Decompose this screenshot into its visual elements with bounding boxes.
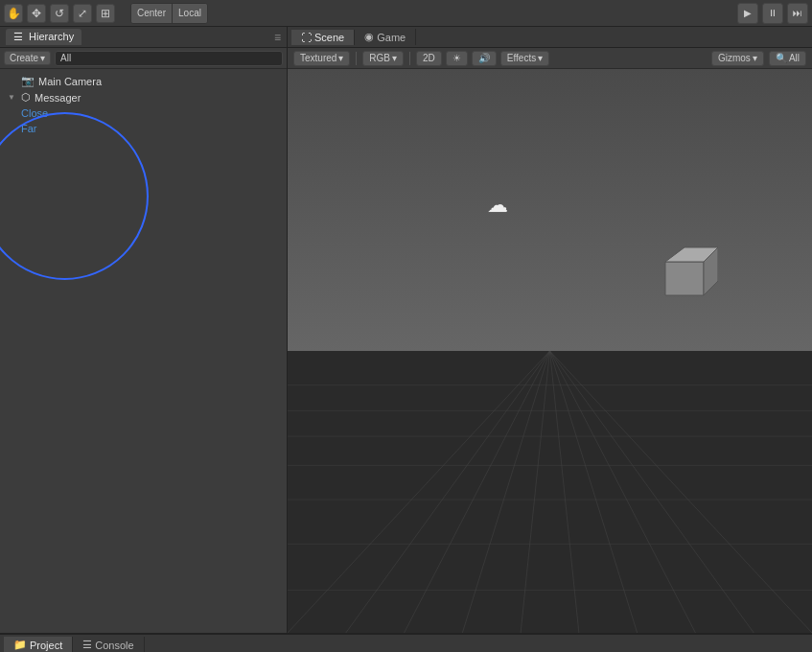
2d-label: 2D <box>423 53 435 63</box>
effects-btn[interactable]: Effects ▾ <box>500 51 549 66</box>
textured-btn[interactable]: Textured ▾ <box>293 51 350 66</box>
scene-panel: ⛶ Scene ◉ Game Textured ▾ RGB ▾ 2D <box>288 27 812 633</box>
svg-marker-17 <box>665 262 704 295</box>
svg-line-6 <box>550 351 638 633</box>
sep2 <box>409 52 410 65</box>
svg-line-2 <box>405 351 550 633</box>
pause-button[interactable]: ⏸ <box>762 3 783 24</box>
hierarchy-menu-icon[interactable]: ≡ <box>274 31 281 44</box>
svg-line-3 <box>462 351 549 633</box>
all-btn[interactable]: 🔍 All <box>769 51 806 66</box>
svg-line-7 <box>550 351 696 633</box>
pivot-btn[interactable]: Center <box>131 4 173 23</box>
hierarchy-item-far[interactable]: Far <box>0 121 287 136</box>
create-arrow: ▾ <box>40 53 45 63</box>
top-toolbar: ✋ ✥ ↺ ⤢ ⊞ Center Local ▶ ⏸ ⏭ <box>0 0 812 27</box>
project-tab-icon: 📁 <box>13 639 27 651</box>
svg-line-1 <box>346 351 550 633</box>
game-tab-icon: ◉ <box>364 31 374 43</box>
camera-icon: 📷 <box>21 75 35 87</box>
rgb-btn[interactable]: RGB ▾ <box>362 51 404 66</box>
sep1 <box>356 52 357 65</box>
scene-cloud: ☁ <box>487 193 508 218</box>
all-label: All <box>789 53 800 63</box>
textured-arrow: ▾ <box>338 53 343 63</box>
hierarchy-annotation <box>0 112 149 280</box>
light-icon: ☀ <box>452 53 461 63</box>
gizmos-label: Gizmos <box>718 53 751 63</box>
bottom-tab-bar: 📁 Project ☰ Console <box>0 635 812 652</box>
gizmos-btn[interactable]: Gizmos ▾ <box>711 51 764 66</box>
scene-tab-icon: ⛶ <box>301 32 312 43</box>
main-camera-label: Main Camera <box>38 76 102 87</box>
light-btn[interactable]: ☀ <box>446 51 468 66</box>
scene-tab-bar: ⛶ Scene ◉ Game <box>288 27 812 48</box>
search-small: 🔍 <box>776 53 787 63</box>
audio-btn[interactable]: 🔊 <box>472 51 497 66</box>
hierarchy-content: 📷 Main Camera ▼ ⬡ Messager Close Far <box>0 69 287 633</box>
hierarchy-tab-bar: ☰ Hierarchy ≡ <box>0 27 287 48</box>
hierarchy-tab-icon: ☰ <box>13 31 23 42</box>
console-tab-label: Console <box>95 640 133 651</box>
playback-controls: ▶ ⏸ ⏭ <box>737 3 808 24</box>
step-button[interactable]: ⏭ <box>787 3 808 24</box>
create-label: Create <box>10 53 38 63</box>
rect-tool[interactable]: ⊞ <box>96 4 115 23</box>
svg-line-9 <box>550 351 813 633</box>
all-label: All <box>60 53 71 63</box>
close-label: Close <box>21 107 48 119</box>
effects-arrow: ▾ <box>538 53 543 63</box>
scale-tool[interactable]: ⤢ <box>73 4 92 23</box>
scene-grid <box>288 69 812 633</box>
effects-label: Effects <box>507 53 536 63</box>
scene-tab[interactable]: ⛶ Scene <box>291 30 355 45</box>
hierarchy-create-btn[interactable]: Create ▾ <box>4 51 51 65</box>
svg-line-8 <box>550 351 754 633</box>
hierarchy-item-main-camera[interactable]: 📷 Main Camera <box>0 73 287 89</box>
project-tab-label: Project <box>30 640 62 651</box>
hierarchy-item-close[interactable]: Close <box>0 105 287 121</box>
bottom-area: 📁 Project ☰ Console Create ▾ ★ Favorites… <box>0 633 812 652</box>
project-tab[interactable]: 📁 Project <box>4 637 73 652</box>
hierarchy-item-messager[interactable]: ▼ ⬡ Messager <box>0 89 287 105</box>
messager-label: Messager <box>35 92 81 104</box>
textured-label: Textured <box>300 53 336 63</box>
console-tab-icon: ☰ <box>82 639 92 651</box>
svg-line-5 <box>550 351 579 633</box>
svg-line-0 <box>288 351 550 633</box>
scene-tab-label: Scene <box>314 32 344 43</box>
audio-icon: 🔊 <box>478 53 490 63</box>
2d-btn[interactable]: 2D <box>416 51 442 66</box>
messager-arrow: ▼ <box>8 93 17 102</box>
scene-view[interactable]: ☁ <box>288 69 812 633</box>
hierarchy-search[interactable]: All <box>55 51 283 66</box>
svg-line-4 <box>521 351 549 633</box>
scene-toolbar: Textured ▾ RGB ▾ 2D ☀ 🔊 Effects ▾ <box>288 48 812 69</box>
rotate-tool[interactable]: ↺ <box>50 4 69 23</box>
gizmos-arrow: ▾ <box>753 53 757 63</box>
game-tab[interactable]: ◉ Game <box>355 29 416 45</box>
messager-icon: ⬡ <box>21 91 31 104</box>
main-layout: ☰ Hierarchy ≡ Create ▾ All 📷 Main Camera <box>0 27 812 633</box>
rgb-arrow: ▾ <box>392 53 397 63</box>
pivot-group: Center Local <box>130 3 208 24</box>
scene-cube <box>656 238 718 305</box>
gizmos-group: Gizmos ▾ 🔍 All <box>711 51 806 66</box>
hierarchy-tab[interactable]: ☰ Hierarchy <box>6 29 81 45</box>
console-tab[interactable]: ☰ Console <box>73 637 144 652</box>
space-btn[interactable]: Local <box>173 4 207 23</box>
rgb-label: RGB <box>369 53 390 63</box>
hierarchy-tab-label: Hierarchy <box>29 31 74 42</box>
hierarchy-toolbar: Create ▾ All <box>0 48 287 69</box>
hand-tool[interactable]: ✋ <box>4 4 23 23</box>
far-label: Far <box>21 123 37 134</box>
play-button[interactable]: ▶ <box>737 3 758 24</box>
move-tool[interactable]: ✥ <box>27 4 46 23</box>
hierarchy-panel: ☰ Hierarchy ≡ Create ▾ All 📷 Main Camera <box>0 27 288 633</box>
game-tab-label: Game <box>377 32 406 43</box>
